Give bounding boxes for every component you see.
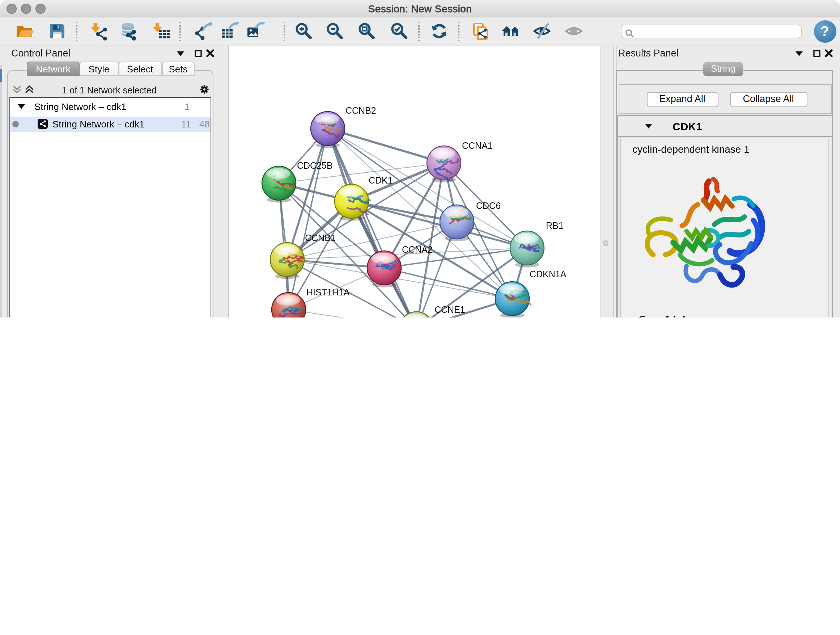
svg-text:CCNB2: CCNB2 bbox=[345, 105, 376, 115]
svg-text:CCNA2: CCNA2 bbox=[401, 244, 432, 254]
svg-text:RB1: RB1 bbox=[546, 220, 563, 230]
svg-text:CCNA1: CCNA1 bbox=[462, 140, 493, 150]
svg-text:CDC6: CDC6 bbox=[476, 200, 500, 211]
svg-text:CDC25B: CDC25B bbox=[297, 160, 332, 170]
svg-text:CDKN1A: CDKN1A bbox=[529, 269, 566, 279]
svg-text:CDK1: CDK1 bbox=[368, 175, 393, 185]
svg-text:CCNB1: CCNB1 bbox=[305, 233, 335, 242]
svg-text:CCNE1: CCNE1 bbox=[434, 304, 465, 314]
svg-text:HIST1H1A: HIST1H1A bbox=[306, 287, 349, 297]
